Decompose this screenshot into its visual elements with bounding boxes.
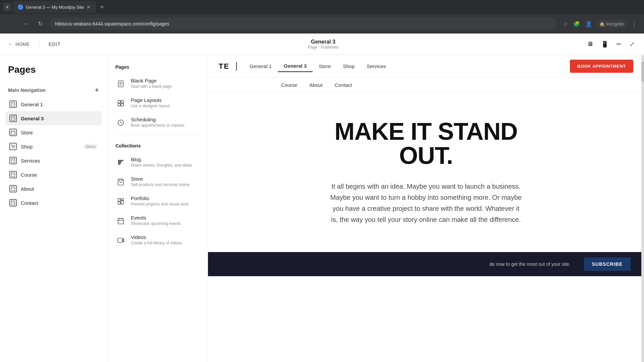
portfolio-icon bbox=[115, 196, 126, 207]
pages-section-title: Pages bbox=[107, 62, 208, 74]
add-page-button[interactable]: + bbox=[95, 86, 99, 95]
blog-desc: Share stories, thoughts, and ideas bbox=[131, 163, 192, 168]
nav-items-list: General 1 General 3 Store bbox=[0, 97, 107, 210]
sidebar-item-general3[interactable]: General 3 bbox=[5, 111, 102, 125]
blog-item[interactable]: Blog Share stories, thoughts, and ideas bbox=[107, 153, 208, 172]
blank-page-desc: Start with a blank page bbox=[131, 84, 172, 89]
site-preview: TE General 1 General 3 Store Shop Servic… bbox=[208, 55, 644, 362]
svg-rect-33 bbox=[118, 202, 120, 204]
events-item[interactable]: Events Showcase upcoming events bbox=[107, 211, 208, 230]
page-icon bbox=[9, 101, 17, 108]
back-button[interactable]: ← bbox=[5, 18, 16, 29]
active-tab[interactable]: General 3 — My Moodjoy Site ✕ bbox=[12, 1, 96, 13]
sidebar-item-shop[interactable]: Shop Demo bbox=[5, 139, 102, 154]
site-nav-services[interactable]: Services bbox=[361, 61, 392, 72]
sidebar-item-label: General 3 bbox=[21, 116, 98, 121]
blank-page-item[interactable]: Blank Page Start with a blank page bbox=[107, 74, 208, 93]
portfolio-text: Portfolio Present projects and visual wo… bbox=[131, 195, 189, 206]
mobile-view-icon[interactable]: 📱 bbox=[600, 39, 610, 49]
site-nav-shop[interactable]: Shop bbox=[337, 61, 361, 72]
forward-button[interactable]: → bbox=[20, 18, 31, 29]
videos-name: Videos bbox=[131, 234, 182, 240]
cart-icon bbox=[9, 143, 17, 150]
tab-bar-left: ▾ bbox=[3, 3, 11, 11]
store-collection-item[interactable]: Store Sell products and services online bbox=[107, 172, 208, 191]
preview-scrollbar[interactable] bbox=[641, 55, 644, 362]
hero-title: MAKE IT STAND OUT. bbox=[228, 119, 624, 168]
profile-icon[interactable]: 👤 bbox=[584, 19, 593, 28]
blog-text: Blog Share stories, thoughts, and ideas bbox=[131, 157, 192, 168]
address-bar[interactable]: hibiscus-seabass-6444.squarespace.com/co… bbox=[50, 18, 558, 30]
subscribe-button[interactable]: SUBSCRIBE bbox=[584, 257, 631, 271]
sidebar-item-label: Course bbox=[21, 172, 98, 178]
page-icon bbox=[9, 171, 17, 178]
sidebar-item-general1[interactable]: General 1 bbox=[5, 97, 102, 111]
site-nav-course[interactable]: Course bbox=[275, 80, 303, 90]
toolbar-right-actions: 🖥 📱 ✏ ⤢ bbox=[586, 39, 636, 49]
hero-title-line2: OUT. bbox=[399, 142, 453, 169]
page-layouts-desc: Use a designer layout bbox=[131, 104, 170, 108]
page-icon bbox=[9, 157, 17, 164]
sidebar-item-contact[interactable]: Contact bbox=[5, 196, 102, 210]
portfolio-desc: Present projects and visual work bbox=[131, 202, 189, 206]
scrollbar-thumb[interactable] bbox=[641, 62, 644, 82]
sidebar-item-course[interactable]: Course bbox=[5, 168, 102, 182]
site-nav: TE General 1 General 3 Store Shop Servic… bbox=[208, 55, 644, 78]
scheduling-icon bbox=[115, 117, 126, 128]
site-nav-general1[interactable]: General 1 bbox=[244, 61, 278, 72]
browser-chrome: ▾ General 3 — My Moodjoy Site ✕ + ← → ↻ … bbox=[0, 0, 644, 34]
portfolio-name: Portfolio bbox=[131, 195, 189, 201]
portfolio-item[interactable]: Portfolio Present projects and visual wo… bbox=[107, 191, 208, 211]
store-collection-icon bbox=[115, 177, 126, 187]
store-collection-desc: Sell products and services online bbox=[131, 182, 190, 187]
videos-item[interactable]: Videos Create a full library of videos bbox=[107, 230, 208, 250]
collections-section-title: Collections bbox=[107, 140, 208, 153]
extension-icon[interactable]: 🧩 bbox=[572, 19, 581, 28]
new-tab-button[interactable]: + bbox=[97, 2, 107, 12]
tab-title: General 3 — My Moodjoy Site bbox=[26, 5, 84, 10]
svg-rect-25 bbox=[118, 101, 120, 103]
page-layouts-text: Page Layouts Use a designer layout bbox=[131, 97, 170, 108]
reload-button[interactable]: ↻ bbox=[35, 18, 46, 29]
site-nav-contact[interactable]: Contact bbox=[329, 80, 358, 90]
page-name: General 3 bbox=[67, 39, 579, 45]
blank-page-name: Blank Page bbox=[131, 78, 172, 83]
tab-close-button[interactable]: ✕ bbox=[87, 4, 91, 10]
site-nav-about[interactable]: About bbox=[303, 80, 328, 90]
svg-rect-26 bbox=[121, 101, 123, 103]
svg-marker-40 bbox=[122, 239, 124, 242]
book-appointment-button[interactable]: BOOK APPOINTMENT bbox=[570, 60, 633, 73]
edit-button[interactable]: EDIT bbox=[49, 42, 61, 47]
sidebar-header: Pages bbox=[0, 55, 107, 80]
sidebar-item-store[interactable]: Store bbox=[5, 125, 102, 139]
sidebar-item-label: General 1 bbox=[21, 102, 98, 107]
toolbar-divider bbox=[39, 40, 39, 48]
page-icon bbox=[9, 199, 17, 206]
site-nav-store[interactable]: Store bbox=[313, 61, 337, 72]
panel-divider bbox=[115, 135, 200, 135]
sidebar-item-services[interactable]: Services bbox=[5, 154, 102, 168]
main-navigation-label: Main Navigation bbox=[8, 87, 46, 93]
videos-text: Videos Create a full library of videos bbox=[131, 234, 182, 245]
home-label: HOME bbox=[15, 42, 30, 47]
home-link[interactable]: ← HOME bbox=[8, 41, 30, 47]
sidebar-item-about[interactable]: About bbox=[5, 182, 102, 196]
incognito-label: Incognito bbox=[606, 21, 624, 26]
site-nav-general3[interactable]: General 3 bbox=[278, 60, 313, 72]
page-layouts-item[interactable]: Page Layouts Use a designer layout bbox=[107, 93, 208, 113]
scheduling-item[interactable]: Scheduling Book appointments or classes bbox=[107, 113, 208, 132]
store-collection-text: Store Sell products and services online bbox=[131, 176, 190, 187]
tab-switcher[interactable]: ▾ bbox=[3, 3, 11, 11]
bookmark-icon[interactable]: ☆ bbox=[562, 19, 569, 28]
edit-pen-icon[interactable]: ✏ bbox=[615, 39, 623, 49]
hero-body-text: It all begins with an idea. Maybe you wa… bbox=[329, 181, 523, 225]
sidebar-section-header: Main Navigation + bbox=[0, 80, 107, 97]
scheduling-desc: Book appointments or classes bbox=[131, 123, 184, 128]
svg-rect-32 bbox=[121, 199, 123, 200]
sidebar-item-label: About bbox=[21, 186, 98, 192]
expand-icon[interactable]: ⤢ bbox=[628, 39, 636, 49]
desktop-view-icon[interactable]: 🖥 bbox=[586, 39, 594, 49]
left-sidebar: Pages Main Navigation + General 1 Gener bbox=[0, 55, 107, 362]
browser-menu-button[interactable]: ⋮ bbox=[630, 19, 639, 29]
tab-favicon bbox=[18, 4, 23, 10]
